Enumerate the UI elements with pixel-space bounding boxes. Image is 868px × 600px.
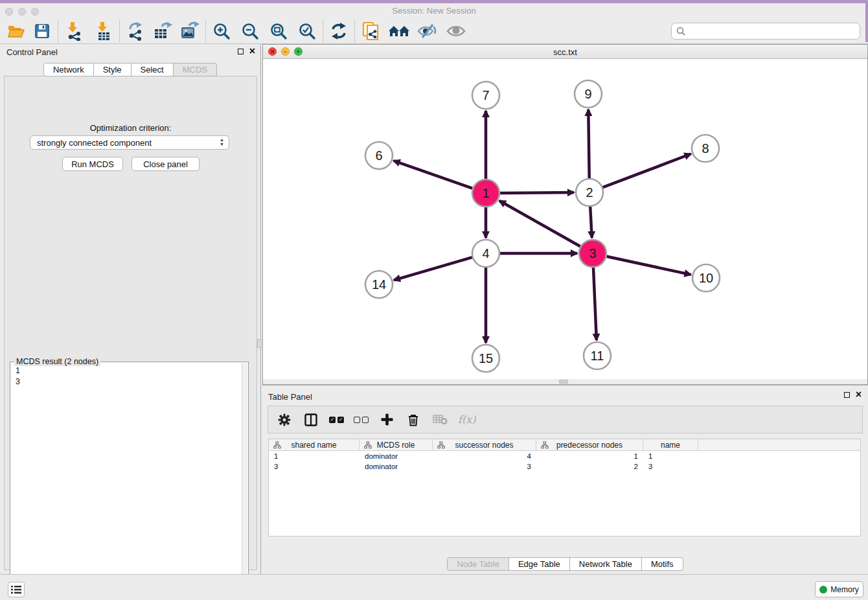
control-tab-select[interactable]: Select: [131, 63, 174, 76]
table-cell[interactable]: 1: [536, 451, 643, 461]
graph-node-9[interactable]: 9: [575, 80, 602, 108]
table-cell[interactable]: 1: [269, 451, 360, 461]
graph-node-15[interactable]: 15: [472, 345, 499, 372]
table-tab-edge-table[interactable]: Edge Table: [509, 557, 570, 571]
graph-node-6[interactable]: 6: [365, 142, 393, 169]
export-table-icon[interactable]: [152, 20, 174, 42]
search-input[interactable]: [689, 27, 851, 36]
table-cell[interactable]: dominator: [360, 451, 433, 461]
mcds-result-box: MCDS result (2 nodes) 13: [10, 362, 249, 600]
save-session-icon[interactable]: [31, 20, 53, 42]
table-cell[interactable]: 3: [433, 461, 536, 472]
edge-2-8[interactable]: [603, 154, 691, 188]
graph-node-4[interactable]: 4: [472, 240, 499, 267]
show-all-networks-icon[interactable]: [388, 20, 410, 42]
control-tab-style[interactable]: Style: [94, 63, 131, 76]
open-session-icon[interactable]: [5, 20, 27, 42]
toolbar-separator: [205, 20, 206, 42]
table-cell[interactable]: 3: [269, 461, 360, 472]
edge-3-1[interactable]: [499, 201, 580, 246]
column-header-MCDS-role[interactable]: MCDS role: [360, 439, 433, 451]
result-scrollbar[interactable]: [242, 363, 247, 600]
zoom-in-icon[interactable]: [211, 20, 233, 42]
graph-node-11[interactable]: 11: [584, 342, 611, 369]
task-history-button[interactable]: [8, 582, 25, 597]
edge-3-10[interactable]: [607, 257, 691, 275]
toggle-columns-icon[interactable]: [303, 411, 319, 428]
table-row[interactable]: 1dominator411: [269, 451, 860, 461]
export-network-icon[interactable]: [124, 20, 146, 42]
table-settings-icon[interactable]: [276, 411, 293, 428]
control-panel-title: Control Panel: [6, 47, 58, 57]
network-window-titlebar[interactable]: ✕ − + scc.txt: [263, 45, 867, 59]
function-builder-icon[interactable]: f(x): [458, 413, 475, 426]
search-icon: [676, 27, 685, 36]
zoom-selected-icon[interactable]: [296, 20, 318, 42]
background-window-edge: [865, 3, 868, 42]
table-tab-motifs[interactable]: Motifs: [642, 557, 683, 571]
add-column-icon[interactable]: [378, 411, 395, 428]
close-table-panel-icon[interactable]: ×: [856, 391, 862, 398]
graph-node-2[interactable]: 2: [576, 179, 603, 206]
graph-node-14[interactable]: 14: [365, 271, 393, 298]
export-image-icon[interactable]: [179, 20, 201, 42]
hide-visual-properties-icon[interactable]: [417, 20, 439, 42]
edge-2-3[interactable]: [590, 207, 592, 238]
node-table[interactable]: shared nameMCDS rolesuccessor nodesprede…: [268, 439, 861, 537]
import-network-icon[interactable]: [63, 20, 85, 42]
delete-columns-icon[interactable]: [405, 411, 422, 428]
float-panel-icon[interactable]: [238, 49, 244, 54]
apply-layout-icon[interactable]: [328, 20, 350, 42]
toolbar-separator: [119, 20, 120, 42]
svg-text:10: 10: [699, 271, 713, 285]
table-cell[interactable]: 3: [643, 461, 698, 472]
svg-text:4: 4: [482, 246, 489, 260]
graph-node-3[interactable]: 3: [579, 240, 606, 267]
graph-node-10[interactable]: 10: [692, 264, 720, 292]
edge-1-2[interactable]: [500, 192, 574, 193]
zoom-out-icon[interactable]: [239, 20, 261, 42]
edge-4-14[interactable]: [394, 257, 472, 280]
control-tab-mcds[interactable]: MCDS: [174, 63, 217, 76]
delete-table-icon[interactable]: [431, 411, 448, 428]
graph-node-8[interactable]: 8: [692, 135, 719, 162]
table-cell[interactable]: 4: [433, 451, 536, 461]
network-canvas[interactable]: 7968124314101511: [263, 59, 867, 380]
table-row[interactable]: 3dominator323: [269, 461, 860, 472]
main-toolbar: [0, 18, 868, 44]
graph-node-1[interactable]: 1: [472, 179, 499, 207]
deselect-all-icon[interactable]: [354, 417, 369, 423]
status-bar: Memory: [0, 574, 868, 600]
zoom-fit-icon[interactable]: [268, 20, 290, 42]
memory-button[interactable]: Memory: [815, 581, 863, 597]
panel-splitter-handle[interactable]: [257, 339, 262, 348]
edge-2-9[interactable]: [588, 110, 589, 178]
column-header-shared-name[interactable]: shared name: [269, 439, 360, 451]
float-table-panel-icon[interactable]: [844, 392, 850, 398]
graph-node-7[interactable]: 7: [472, 82, 499, 109]
network-graph[interactable]: 7968124314101511: [263, 59, 867, 380]
memory-status-icon: [819, 586, 827, 594]
table-tab-node-table[interactable]: Node Table: [447, 557, 509, 571]
control-tab-network[interactable]: Network: [43, 63, 94, 76]
edge-1-6[interactable]: [394, 161, 473, 189]
edge-3-11[interactable]: [593, 268, 597, 340]
table-tab-network-table[interactable]: Network Table: [570, 557, 642, 571]
search-box[interactable]: [671, 23, 860, 40]
close-panel-icon[interactable]: ×: [249, 48, 255, 54]
close-panel-button[interactable]: Close panel: [131, 157, 200, 171]
table-cell[interactable]: dominator: [360, 461, 433, 472]
column-header-predecessor-nodes[interactable]: predecessor nodes: [536, 439, 643, 451]
table-cell[interactable]: 2: [536, 461, 643, 472]
clone-network-icon[interactable]: [360, 20, 382, 42]
column-header-name[interactable]: name: [643, 439, 698, 451]
criterion-dropdown[interactable]: strongly connected component ▲▼: [30, 135, 229, 150]
splitter-handle[interactable]: [559, 380, 568, 384]
import-table-icon[interactable]: [93, 20, 115, 42]
run-mcds-button[interactable]: Run MCDS: [62, 157, 123, 171]
memory-label: Memory: [830, 585, 858, 594]
column-header-successor-nodes[interactable]: successor nodes: [433, 439, 536, 451]
select-all-icon[interactable]: ✓✓: [329, 417, 344, 423]
show-graphics-details-icon[interactable]: [445, 20, 467, 42]
table-cell[interactable]: 1: [643, 451, 698, 461]
